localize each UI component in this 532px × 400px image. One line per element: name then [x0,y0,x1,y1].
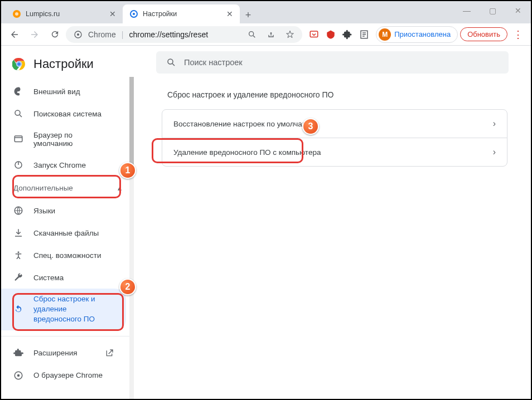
row-restore-defaults[interactable]: Восстановление настроек по умолчанию › [162,110,507,138]
settings-main: Поиск настроек Сброс настроек и удаление… [134,46,531,399]
sidebar-item-label: Запуск Chrome [33,161,86,169]
svg-point-6 [249,31,254,36]
chevron-right-icon: › [493,147,496,157]
svg-rect-13 [14,136,22,142]
forward-button[interactable] [26,26,43,43]
reading-list-icon[interactable] [358,28,370,41]
reload-button[interactable] [46,26,64,43]
avatar: М [379,28,391,41]
window-controls: ― ▢ ✕ [454,1,531,20]
download-icon [13,228,23,238]
favicon-lumpics [12,9,21,18]
back-button[interactable] [6,26,23,43]
sidebar-scrollbar[interactable] [129,77,134,399]
section-title: Сброс настроек и удаление вредоносного П… [156,90,509,99]
puzzle-icon [13,348,23,358]
url-text: chrome://settings/reset [129,30,208,39]
address-bar[interactable]: Chrome | chrome://settings/reset [66,26,302,43]
wrench-icon [13,272,23,282]
close-button[interactable]: ✕ [505,1,531,20]
tab-title: Lumpics.ru [26,10,105,18]
search-icon [13,109,23,119]
svg-point-5 [77,33,79,36]
restore-icon [13,304,23,314]
sidebar-item-startup[interactable]: Запуск Chrome [1,154,126,176]
share-icon[interactable] [267,30,275,39]
bookmark-icon[interactable] [286,30,294,39]
pocket-icon[interactable] [308,28,320,41]
settings-sidebar: Настройки Внешний вид Поисковая система … [1,46,134,399]
sidebar-item-label: Сброс настроек и удаление вредоносного П… [33,294,114,325]
extension-icons [304,28,374,41]
profile-status: Приостановлена [394,30,451,38]
sidebar-item-label: Браузер по умолчанию [33,131,114,148]
row-label: Удаление вредоносного ПО с компьютера [173,148,321,157]
adblock-icon[interactable] [325,28,337,41]
sidebar-item-accessibility[interactable]: Спец. возможности [1,244,126,266]
profile-chip[interactable]: М Приостановлена [376,26,458,43]
settings-header: Настройки [1,50,134,80]
url-prefix: Chrome [88,30,116,39]
sidebar-item-label: Система [33,274,64,282]
svg-rect-7 [311,31,318,37]
sidebar-item-default-browser[interactable]: Браузер по умолчанию [1,125,126,154]
sidebar-item-about[interactable]: О браузере Chrome [1,364,126,387]
favicon-settings [129,9,138,18]
section-label: Дополнительные [13,184,73,192]
page-title: Настройки [33,57,94,71]
chrome-small-icon [13,370,23,381]
sidebar-item-languages[interactable]: Языки [1,199,126,222]
accessibility-icon [13,250,23,260]
sidebar-item-label: Скачанные файлы [33,229,99,237]
maximize-button[interactable]: ▢ [480,1,505,20]
svg-point-18 [17,374,20,377]
search-icon[interactable] [248,30,257,39]
external-link-icon [105,349,114,358]
sidebar-item-label: Внешний вид [33,87,80,96]
svg-point-1 [15,12,18,16]
minimize-button[interactable]: ― [454,1,480,20]
sidebar-item-label: Спец. возможности [33,251,101,260]
svg-point-11 [17,62,21,66]
scrollbar-thumb[interactable] [129,77,134,172]
reset-card: Восстановление настроек по умолчанию › У… [162,109,507,167]
sidebar-item-appearance[interactable]: Внешний вид [1,80,126,103]
sidebar-item-reset[interactable]: Сброс настроек и удаление вредоносного П… [1,289,126,330]
site-info-icon[interactable] [74,30,83,39]
globe-icon [13,206,23,216]
svg-point-12 [15,110,20,115]
toolbar: Chrome | chrome://settings/reset М Приос… [1,23,531,46]
svg-point-3 [133,13,135,15]
new-tab-button[interactable]: + [240,7,257,23]
chevron-up-icon: ▴ [118,183,122,192]
menu-button[interactable]: ⋮ [510,26,526,43]
tab-title: Настройки [143,10,222,18]
power-icon [13,160,23,170]
sidebar-item-system[interactable]: Система [1,266,126,289]
sidebar-item-label: О браузере Chrome [33,371,103,379]
sidebar-item-extensions[interactable]: Расширения [1,342,126,364]
tab-lumpics[interactable]: Lumpics.ru ✕ [6,4,123,23]
browser-icon [13,134,23,144]
close-icon[interactable]: ✕ [109,9,116,18]
chevron-right-icon: › [493,119,496,129]
sidebar-item-downloads[interactable]: Скачанные файлы [1,222,126,244]
sidebar-item-search-engine[interactable]: Поисковая система [1,103,126,125]
sidebar-section-advanced[interactable]: Дополнительные ▴ [1,176,134,199]
extensions-icon[interactable] [341,28,354,41]
palette-icon [13,86,23,96]
sidebar-item-label: Языки [33,207,55,215]
svg-point-19 [168,59,173,64]
tab-settings[interactable]: Настройки ✕ [123,4,240,23]
search-placeholder: Поиск настроек [184,58,243,67]
search-icon [166,57,176,67]
settings-search[interactable]: Поиск настроек [156,51,509,74]
row-label: Восстановление настроек по умолчанию [173,120,316,128]
sidebar-item-label: Расширения [33,349,95,357]
update-button[interactable]: Обновить [460,27,507,41]
svg-point-16 [18,251,20,253]
chrome-logo-icon [12,57,26,71]
close-icon[interactable]: ✕ [226,9,233,18]
sidebar-item-label: Поисковая система [33,110,101,118]
row-cleanup-computer[interactable]: Удаление вредоносного ПО с компьютера › [162,138,507,166]
